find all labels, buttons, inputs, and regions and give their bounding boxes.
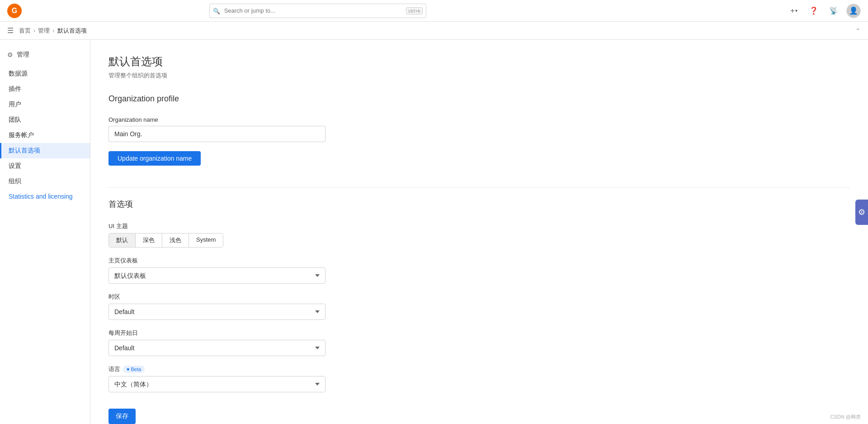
org-name-input[interactable]	[108, 126, 326, 142]
notifications-icon: 📡	[829, 6, 838, 15]
breadcrumb-current: 默认首选项	[57, 27, 87, 35]
beta-badge: ♥ Beta	[123, 366, 145, 373]
week-start-group: 每周开始日 Default	[108, 329, 850, 356]
sidebar: ⚙ 管理 数据源 插件 用户 团队 服务帐户 默认首选项 设置 组织 Stati…	[0, 40, 90, 424]
theme-tab-light[interactable]: 浅色	[162, 233, 189, 247]
sidebar-item-orgs-label: 组织	[9, 177, 21, 186]
floating-help-icon: ⚙	[858, 207, 865, 217]
timezone-group: 时区 Default	[108, 293, 850, 320]
language-label: 语言 ♥ Beta	[108, 365, 850, 373]
main-content: 默认首选项 管理整个组织的首选项 Organization profile Or…	[90, 40, 868, 424]
sidebar-header: ⚙ 管理	[0, 47, 90, 66]
layout: ⚙ 管理 数据源 插件 用户 团队 服务帐户 默认首选项 设置 组织 Stati…	[0, 40, 868, 424]
sidebar-item-service-accounts-label: 服务帐户	[9, 131, 34, 139]
logo-text: G	[12, 7, 17, 15]
ui-theme-label: UI 主题	[108, 222, 850, 230]
timezone-label: 时区	[108, 293, 850, 301]
breadcrumb-sep-1: ›	[33, 27, 35, 34]
org-name-label: Organization name	[108, 116, 850, 123]
sidebar-item-service-accounts[interactable]: 服务帐户	[0, 128, 90, 143]
topbar: G 🔍 ctrl+k + ▾ ❓ 📡 👤	[0, 0, 868, 22]
sidebar-item-settings-label: 设置	[9, 162, 21, 170]
search-shortcut: ctrl+k	[406, 7, 423, 14]
page-subtitle: 管理整个组织的首选项	[108, 71, 850, 80]
org-profile-section-title: Organization profile	[108, 94, 850, 107]
theme-tabs: 默认 深色 浅色 System	[108, 233, 223, 248]
save-button[interactable]: 保存	[108, 409, 136, 424]
sidebar-item-datasources[interactable]: 数据源	[0, 66, 90, 81]
topbar-right: + ▾ ❓ 📡 👤	[787, 4, 861, 18]
update-org-name-button[interactable]: Update organization name	[108, 151, 201, 166]
sidebar-item-stats-label: Statistics and licensing	[9, 193, 73, 200]
sidebar-item-stats[interactable]: Statistics and licensing	[0, 189, 90, 204]
search-icon: 🔍	[213, 7, 220, 14]
sidebar-item-users[interactable]: 用户	[0, 97, 90, 112]
sidebar-item-settings[interactable]: 设置	[0, 158, 90, 174]
breadcrumb-home[interactable]: 首页	[19, 27, 31, 35]
notifications-button[interactable]: 📡	[826, 4, 841, 18]
preferences-section-title: 首选项	[108, 199, 850, 213]
avatar-icon: 👤	[849, 6, 858, 15]
language-group: 语言 ♥ Beta 中文（简体）	[108, 365, 850, 392]
week-start-label: 每周开始日	[108, 329, 850, 337]
home-dashboard-select[interactable]: 默认仪表板	[108, 267, 326, 284]
theme-tab-default[interactable]: 默认	[109, 233, 136, 247]
sidebar-item-preferences[interactable]: 默认首选项	[0, 143, 90, 158]
ui-theme-group: UI 主题 默认 深色 浅色 System	[108, 222, 850, 248]
language-label-text: 语言	[108, 365, 120, 373]
app-logo[interactable]: G	[7, 4, 22, 18]
theme-tab-dark[interactable]: 深色	[136, 233, 162, 247]
home-dashboard-label: 主页仪表板	[108, 257, 850, 265]
sidebar-item-datasources-label: 数据源	[9, 70, 28, 78]
sidebar-item-plugins[interactable]: 插件	[0, 81, 90, 97]
home-dashboard-group: 主页仪表板 默认仪表板	[108, 257, 850, 284]
avatar[interactable]: 👤	[846, 4, 861, 18]
help-button[interactable]: ❓	[807, 4, 821, 18]
divider	[108, 187, 850, 188]
week-start-select[interactable]: Default	[108, 340, 326, 356]
floating-help-button[interactable]: ⚙	[855, 200, 868, 225]
sidebar-item-preferences-label: 默认首选项	[9, 147, 40, 155]
add-button[interactable]: + ▾	[787, 4, 801, 18]
help-icon: ❓	[809, 6, 818, 15]
search-input[interactable]	[209, 4, 426, 18]
breadcrumb-sep-2: ›	[52, 27, 54, 34]
gear-icon: ⚙	[7, 51, 13, 58]
add-chevron-icon: ▾	[795, 8, 797, 13]
heart-icon: ♥	[127, 367, 130, 372]
org-name-group: Organization name	[108, 116, 850, 142]
sidebar-item-teams[interactable]: 团队	[0, 112, 90, 128]
page-title: 默认首选项	[108, 54, 850, 69]
sidebar-item-teams-label: 团队	[9, 116, 21, 124]
sidebar-title: 管理	[17, 51, 29, 59]
language-select[interactable]: 中文（简体）	[108, 376, 326, 392]
sidebar-item-users-label: 用户	[9, 100, 21, 109]
breadcrumb-bar: ☰ 首页 › 管理 › 默认首选项 ⌃	[0, 22, 868, 40]
search-container: 🔍 ctrl+k	[209, 4, 426, 18]
sidebar-item-plugins-label: 插件	[9, 85, 21, 93]
sidebar-item-orgs[interactable]: 组织	[0, 174, 90, 189]
breadcrumb-admin[interactable]: 管理	[38, 27, 50, 35]
menu-icon[interactable]: ☰	[7, 26, 14, 35]
beta-label: Beta	[131, 367, 142, 372]
breadcrumb-expand-icon[interactable]: ⌃	[855, 27, 861, 34]
theme-tab-system[interactable]: System	[189, 233, 223, 247]
timezone-select[interactable]: Default	[108, 304, 326, 320]
attribution: CSDN @网类	[830, 414, 861, 420]
